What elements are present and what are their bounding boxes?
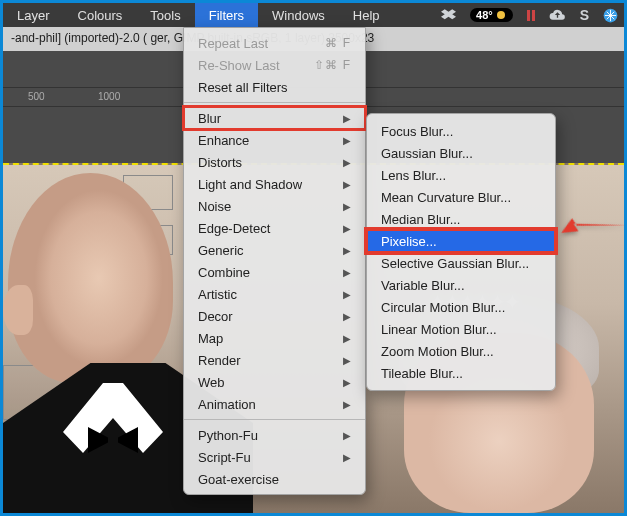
temperature-value: 48° — [476, 9, 493, 21]
menu-item-combine[interactable]: Combine▶ — [184, 261, 365, 283]
submenu-item-linear-motion-blur[interactable]: Linear Motion Blur... — [367, 318, 555, 340]
menu-label: Repeat Last — [198, 36, 268, 51]
menu-label: Combine — [198, 265, 250, 280]
menu-label: Artistic — [198, 287, 237, 302]
menu-label: Animation — [198, 397, 256, 412]
chevron-right-icon: ▶ — [343, 157, 351, 168]
chevron-right-icon: ▶ — [343, 113, 351, 124]
blur-submenu-panel: Focus Blur... Gaussian Blur... Lens Blur… — [366, 113, 556, 391]
ruler-tick: 500 — [28, 91, 45, 102]
submenu-item-zoom-motion-blur[interactable]: Zoom Motion Blur... — [367, 340, 555, 362]
menu-label: Gaussian Blur... — [381, 146, 473, 161]
menu-item-noise[interactable]: Noise▶ — [184, 195, 365, 217]
chevron-right-icon: ▶ — [343, 333, 351, 344]
menu-item-distorts[interactable]: Distorts▶ — [184, 151, 365, 173]
temperature-pill[interactable]: 48° — [470, 8, 513, 22]
chevron-right-icon: ▶ — [343, 245, 351, 256]
menu-item-web[interactable]: Web▶ — [184, 371, 365, 393]
menu-label: Script-Fu — [198, 450, 251, 465]
menu-tools[interactable]: Tools — [136, 3, 194, 27]
chevron-right-icon: ▶ — [343, 430, 351, 441]
menu-help[interactable]: Help — [339, 3, 394, 27]
menu-colours[interactable]: Colours — [64, 3, 137, 27]
chevron-right-icon: ▶ — [343, 399, 351, 410]
menu-label: Web — [198, 375, 225, 390]
menu-label: Tileable Blur... — [381, 366, 463, 381]
menu-item-decor[interactable]: Decor▶ — [184, 305, 365, 327]
menu-windows[interactable]: Windows — [258, 3, 339, 27]
menu-label: Median Blur... — [381, 212, 461, 227]
menu-separator — [184, 102, 365, 103]
menu-label: Re-Show Last — [198, 58, 280, 73]
menu-label: Noise — [198, 199, 231, 214]
pause-icon[interactable] — [527, 10, 535, 21]
menu-label: Circular Motion Blur... — [381, 300, 505, 315]
menu-item-artistic[interactable]: Artistic▶ — [184, 283, 365, 305]
menu-label: Decor — [198, 309, 233, 324]
menu-item-blur[interactable]: Blur ▶ — [184, 107, 365, 129]
chevron-right-icon: ▶ — [343, 267, 351, 278]
chevron-right-icon: ▶ — [343, 452, 351, 463]
menu-label: Render — [198, 353, 241, 368]
menu-label: Variable Blur... — [381, 278, 465, 293]
menu-item-generic[interactable]: Generic▶ — [184, 239, 365, 261]
submenu-item-pixelise[interactable]: Pixelise... — [367, 230, 555, 252]
menu-label: Python-Fu — [198, 428, 258, 443]
submenu-item-circular-motion-blur[interactable]: Circular Motion Blur... — [367, 296, 555, 318]
filters-menu-panel: Repeat Last ⌘ F Re-Show Last ⇧⌘ F Reset … — [183, 27, 366, 495]
menu-shortcut: ⌘ F — [325, 36, 351, 50]
submenu-item-median-blur[interactable]: Median Blur... — [367, 208, 555, 230]
menubar: Layer Colours Tools Filters Windows Help… — [3, 3, 624, 27]
submenu-item-tileable-blur[interactable]: Tileable Blur... — [367, 362, 555, 384]
menu-label: Goat-exercise — [198, 472, 279, 487]
menu-item-light-shadow[interactable]: Light and Shadow▶ — [184, 173, 365, 195]
menu-label: Mean Curvature Blur... — [381, 190, 511, 205]
menu-item-reshow-last[interactable]: Re-Show Last ⇧⌘ F — [184, 54, 365, 76]
submenu-item-lens-blur[interactable]: Lens Blur... — [367, 164, 555, 186]
menu-label: Distorts — [198, 155, 242, 170]
dropbox-icon[interactable] — [441, 9, 456, 22]
menu-separator — [184, 419, 365, 420]
submenu-item-gaussian-blur[interactable]: Gaussian Blur... — [367, 142, 555, 164]
menu-item-map[interactable]: Map▶ — [184, 327, 365, 349]
menu-layer[interactable]: Layer — [3, 3, 64, 27]
menu-item-repeat-last[interactable]: Repeat Last ⌘ F — [184, 32, 365, 54]
cloud-upload-icon[interactable] — [549, 9, 566, 21]
letter-s-icon[interactable]: S — [580, 7, 589, 23]
menu-label: Light and Shadow — [198, 177, 302, 192]
menu-label: Generic — [198, 243, 244, 258]
chevron-right-icon: ▶ — [343, 311, 351, 322]
menu-label: Pixelise... — [381, 234, 437, 249]
snowflake-icon[interactable] — [603, 8, 618, 23]
menu-label: Zoom Motion Blur... — [381, 344, 494, 359]
menu-item-script-fu[interactable]: Script-Fu▶ — [184, 446, 365, 468]
menu-label: Linear Motion Blur... — [381, 322, 497, 337]
chevron-right-icon: ▶ — [343, 223, 351, 234]
chevron-right-icon: ▶ — [343, 135, 351, 146]
menu-item-render[interactable]: Render▶ — [184, 349, 365, 371]
menu-label: Edge-Detect — [198, 221, 270, 236]
menu-shortcut: ⇧⌘ F — [314, 58, 351, 72]
person-ear — [3, 285, 33, 335]
chevron-right-icon: ▶ — [343, 289, 351, 300]
chevron-right-icon: ▶ — [343, 377, 351, 388]
menu-item-goat-exercise[interactable]: Goat-exercise — [184, 468, 365, 490]
submenu-item-selective-gaussian-blur[interactable]: Selective Gaussian Blur... — [367, 252, 555, 274]
chevron-right-icon: ▶ — [343, 179, 351, 190]
menu-item-animation[interactable]: Animation▶ — [184, 393, 365, 415]
menu-item-enhance[interactable]: Enhance▶ — [184, 129, 365, 151]
menu-label: Focus Blur... — [381, 124, 453, 139]
menu-label: Lens Blur... — [381, 168, 446, 183]
submenu-item-variable-blur[interactable]: Variable Blur... — [367, 274, 555, 296]
menu-item-reset-filters[interactable]: Reset all Filters — [184, 76, 365, 98]
menu-filters[interactable]: Filters — [195, 3, 258, 27]
menu-label: Reset all Filters — [198, 80, 288, 95]
menubar-tray: 48° S — [441, 3, 618, 27]
submenu-item-mean-curvature-blur[interactable]: Mean Curvature Blur... — [367, 186, 555, 208]
menu-item-edge-detect[interactable]: Edge-Detect▶ — [184, 217, 365, 239]
menu-label: Blur — [198, 111, 221, 126]
ruler-tick: 1000 — [98, 91, 120, 102]
menu-item-python-fu[interactable]: Python-Fu▶ — [184, 424, 365, 446]
submenu-item-focus-blur[interactable]: Focus Blur... — [367, 120, 555, 142]
person-face — [8, 173, 173, 383]
